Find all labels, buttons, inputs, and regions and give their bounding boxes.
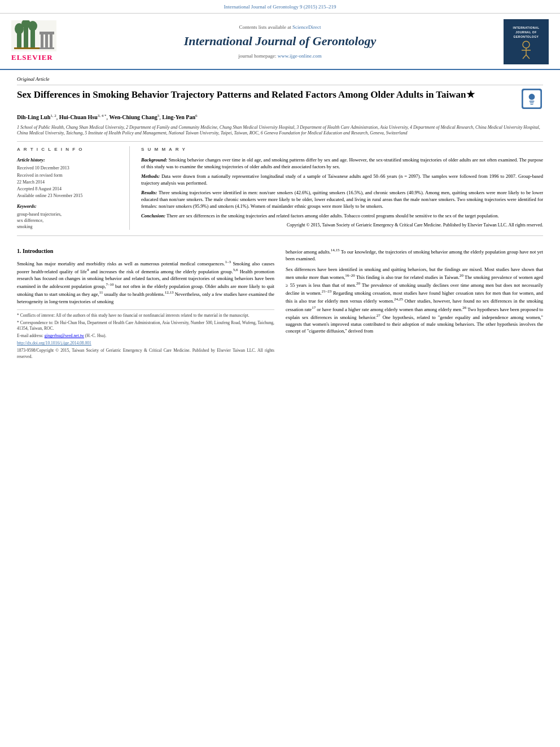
body-left-col: 1. Introduction Smoking has major mortal…: [17, 247, 274, 361]
history-revised-date: 22 March 2014: [17, 179, 121, 185]
article-history-label: Article history:: [17, 157, 121, 163]
history-online: Available online 23 November 2015: [17, 193, 121, 199]
keyword-2: sex difference,: [17, 217, 121, 224]
keywords-label: Keywords:: [17, 203, 121, 209]
svg-text:JOURNAL OF: JOURNAL OF: [515, 30, 536, 34]
summary-label: S U M M A R Y: [141, 146, 543, 152]
crossmark-icon: [522, 89, 542, 109]
homepage-line: journal homepage: www.ijge-online.com: [73, 53, 487, 60]
header-center: Contents lists available at ScienceDirec…: [73, 24, 487, 60]
body-right-col: behavior among adults.14,15 To our knowl…: [286, 247, 543, 361]
keyword-1: group-based trajectories,: [17, 211, 121, 217]
history-accepted: Accepted 8 August 2014: [17, 186, 121, 192]
keywords-section: Keywords: group-based trajectories, sex …: [17, 203, 121, 230]
footnote-star: * Conflicts of interest: All of the auth…: [17, 313, 274, 318]
svg-rect-3: [30, 29, 35, 49]
summary-conclusion: Conclusion: There are sex differences in…: [141, 213, 543, 220]
body-right-para-2: Sex differences have been identified in …: [286, 266, 543, 335]
article-info-col: A R T I C L E I N F O Article history: R…: [17, 146, 130, 230]
svg-rect-2: [24, 26, 28, 49]
keyword-3: smoking: [17, 224, 121, 230]
summary-col: S U M M A R Y Background: Smoking behavi…: [141, 146, 543, 230]
svg-rect-24: [530, 101, 535, 102]
crossmark-svg-icon: [523, 89, 541, 109]
article-info-label: A R T I C L E I N F O: [17, 146, 121, 152]
main-content: Original Article Sex Differences in Smok…: [0, 70, 560, 367]
svg-text:INTERNATIONAL: INTERNATIONAL: [513, 26, 540, 29]
article-title: Sex Differences in Smoking Behavior Traj…: [17, 89, 520, 101]
article-title-area: Sex Differences in Smoking Behavior Traj…: [17, 89, 543, 109]
body-content: 1. Introduction Smoking has major mortal…: [17, 242, 543, 361]
copyright-line: Copyright © 2015, Taiwan Society of Geri…: [141, 222, 543, 228]
elsevier-tree-icon: [11, 20, 56, 51]
footnote-correspondence: * Correspondence to: Dr Hui-Chun Hsu, De…: [17, 320, 274, 331]
email-link[interactable]: gingerhsu@seed.net.tw: [45, 333, 84, 338]
svg-point-23: [529, 94, 535, 100]
doi-link[interactable]: http://dx.doi.org/10.1016/j.ijge.2014.08…: [17, 340, 91, 346]
intro-paragraph-1: Smoking has major mortality and morbidit…: [17, 259, 274, 305]
top-journal-line: International Journal of Gerontology 9 (…: [0, 0, 560, 14]
svg-rect-25: [530, 102, 533, 103]
svg-point-6: [28, 21, 37, 31]
svg-rect-26: [530, 104, 533, 104]
footnote-email: E-mail address: gingerhsu@seed.net.tw (H…: [17, 333, 274, 339]
svg-rect-10: [50, 34, 53, 49]
article-type-label: Original Article: [17, 76, 543, 86]
crossmark-badge: [520, 89, 543, 109]
introduction-heading: 1. Introduction: [17, 247, 274, 256]
article-info-summary: A R T I C L E I N F O Article history: R…: [17, 146, 543, 236]
summary-background: Background: Smoking behavior changes ove…: [141, 157, 543, 171]
contents-line: Contents lists available at ScienceDirec…: [73, 24, 487, 31]
elsevier-logo: ELSEVIER: [11, 20, 73, 63]
journal-title: International Journal of Gerontology: [73, 33, 487, 50]
sciencedirect-link[interactable]: ScienceDirect: [292, 24, 321, 30]
badge-icon: INTERNATIONAL JOURNAL OF GERONTOLOGY: [506, 22, 546, 62]
authors-line: Dih-Ling Luh1, 2, Hui-Chuan Hsu3, 4 *, W…: [17, 113, 543, 121]
footnote-doi: http://dx.doi.org/10.1016/j.ijge.2014.08…: [17, 340, 274, 346]
affiliations: 1 School of Public Health, Chang Shan Me…: [17, 125, 543, 142]
elsevier-label: ELSEVIER: [11, 53, 53, 63]
gerontology-badge: INTERNATIONAL JOURNAL OF GERONTOLOGY: [504, 19, 549, 64]
history-revised-label: Received in revised form: [17, 172, 121, 178]
header-left: ELSEVIER: [11, 20, 73, 63]
body-right-para-1: behavior among adults.14,15 To our knowl…: [286, 247, 543, 262]
svg-rect-11: [40, 32, 54, 34]
svg-text:GERONTOLOGY: GERONTOLOGY: [514, 35, 539, 38]
summary-methods: Methods: Data were drawn from a national…: [141, 173, 543, 187]
journal-header: ELSEVIER Contents lists available at Sci…: [0, 14, 560, 70]
svg-rect-9: [45, 34, 48, 49]
history-received: Received 10 December 2013: [17, 165, 121, 171]
svg-rect-8: [41, 34, 43, 49]
footnote-divider: [17, 309, 274, 310]
homepage-link[interactable]: www.ijge-online.com: [278, 53, 322, 59]
footnote-issn: 1873-9598/Copyright © 2015, Taiwan Socie…: [17, 348, 274, 359]
svg-rect-12: [40, 47, 54, 49]
summary-results: Results: Three smoking trajectories were…: [141, 190, 543, 210]
header-right: INTERNATIONAL JOURNAL OF GERONTOLOGY: [487, 19, 549, 64]
